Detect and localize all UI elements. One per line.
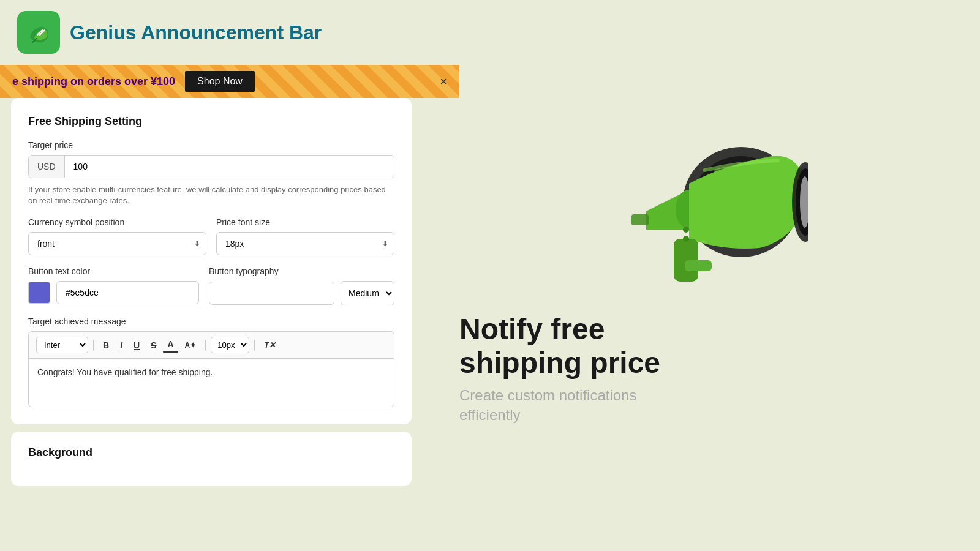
typography-input[interactable] <box>209 282 334 305</box>
close-button[interactable]: × <box>440 75 447 89</box>
background-section-title: Background <box>28 446 394 459</box>
currency-position-select[interactable]: front back <box>28 232 206 255</box>
currency-position-label: Currency symbol position <box>28 217 206 227</box>
two-col-row: Currency symbol position front back ⬍ Pr… <box>28 217 394 255</box>
editor-toolbar: Inter Arial Georgia B I U S A A✦ 8px 10p… <box>28 331 394 358</box>
svg-point-11 <box>683 236 689 242</box>
editor-content: Congrats! You have qualified for free sh… <box>37 367 213 377</box>
announcement-text: e shipping on orders over ¥100 <box>12 75 175 88</box>
megaphone-illustration <box>594 122 809 300</box>
target-price-input-row: USD <box>28 155 394 178</box>
toolbar-sep-1 <box>93 340 94 351</box>
svg-rect-3 <box>631 214 649 225</box>
target-message-label: Target achieved message <box>28 317 394 326</box>
font-size-col: Price font size 10px 12px 14px 16px 18px… <box>216 217 394 255</box>
free-shipping-settings-card: Free Shipping Setting Target price USD I… <box>11 98 412 424</box>
strikethrough-button[interactable]: S <box>146 338 160 353</box>
right-panel: Notify free shipping price Create custom… <box>423 98 980 486</box>
promo-heading-line1: Notify free <box>459 313 605 345</box>
text-color-button[interactable]: A <box>163 337 178 353</box>
app-title: Genius Announcement Bar <box>70 21 322 44</box>
font-size-wrapper: 10px 12px 14px 16px 18px 20px ⬍ <box>216 232 394 255</box>
button-color-col: Button text color <box>28 266 199 305</box>
toolbar-sep-3 <box>254 340 255 351</box>
font-size-editor-select[interactable]: 8px 10px 12px 14px <box>211 337 249 353</box>
font-family-select[interactable]: Inter Arial Georgia <box>36 337 88 353</box>
promo-subtext: Create custom notifications efficiently <box>459 386 660 424</box>
currency-position-wrapper: front back ⬍ <box>28 232 206 255</box>
helper-text: If your store enable multi-currencies fe… <box>28 184 394 206</box>
typography-weight-select[interactable]: Light Regular Medium Bold <box>341 281 394 305</box>
toolbar-sep-2 <box>205 340 206 351</box>
highlight-button[interactable]: A✦ <box>181 339 201 352</box>
bold-button[interactable]: B <box>99 338 113 353</box>
promo-subtext-line2: efficiently <box>459 407 521 423</box>
currency-prefix: USD <box>29 156 65 178</box>
announcement-bar-preview: e shipping on orders over ¥100 Shop Now … <box>0 65 459 98</box>
app-logo <box>17 11 60 54</box>
color-row <box>28 281 199 304</box>
typography-row: Light Regular Medium Bold <box>209 281 394 305</box>
editor-body[interactable]: Congrats! You have qualified for free sh… <box>28 358 394 407</box>
target-price-label: Target price <box>28 140 394 150</box>
target-price-input[interactable] <box>65 156 394 178</box>
promo-heading-line2: shipping price <box>459 347 660 379</box>
shop-now-button[interactable]: Shop Now <box>185 71 255 92</box>
background-card: Background <box>11 432 412 486</box>
svg-rect-12 <box>685 260 712 271</box>
button-typography-col: Button typography Light Regular Medium B… <box>209 266 394 305</box>
promo-heading: Notify free shipping price <box>459 312 660 380</box>
color-swatch[interactable] <box>28 282 50 304</box>
main-content: Free Shipping Setting Target price USD I… <box>0 98 980 486</box>
promo-subtext-line1: Create custom notifications <box>459 387 636 403</box>
underline-button[interactable]: U <box>129 338 144 353</box>
promo-text-block: Notify free shipping price Create custom… <box>423 312 660 424</box>
color-input[interactable] <box>56 281 199 304</box>
button-typography-label: Button typography <box>209 266 394 276</box>
price-font-size-label: Price font size <box>216 217 394 227</box>
font-size-select[interactable]: 10px 12px 14px 16px 18px 20px <box>216 232 394 255</box>
italic-button[interactable]: I <box>116 338 127 353</box>
currency-position-col: Currency symbol position front back ⬍ <box>28 217 206 255</box>
svg-point-10 <box>683 227 689 233</box>
left-panel: Free Shipping Setting Target price USD I… <box>0 98 423 486</box>
section-title: Free Shipping Setting <box>28 115 394 128</box>
button-text-color-label: Button text color <box>28 266 199 276</box>
clear-format-button[interactable]: T✕ <box>260 338 280 352</box>
app-header: Genius Announcement Bar <box>0 0 980 65</box>
button-settings-row: Button text color Button typography Ligh… <box>28 266 394 305</box>
